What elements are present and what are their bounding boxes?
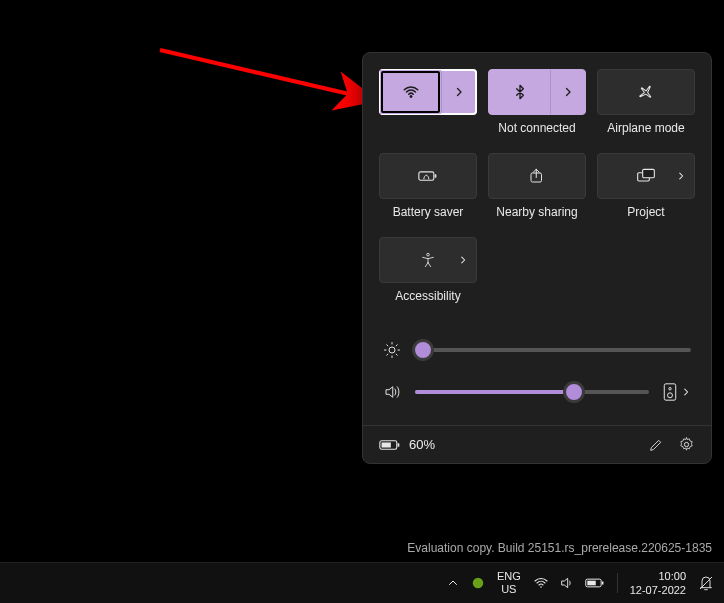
svg-rect-2 — [419, 172, 434, 180]
svg-point-8 — [389, 347, 395, 353]
bluetooth-icon — [512, 84, 528, 100]
svg-point-16 — [473, 578, 484, 589]
quick-settings-tiles: Not connected Airplane mode Battery save… — [363, 53, 711, 319]
svg-rect-14 — [398, 443, 400, 446]
battery-status[interactable]: 60% — [379, 437, 435, 452]
bluetooth-label: Not connected — [498, 121, 575, 137]
taskbar-clock[interactable]: 10:00 12-07-2022 — [630, 569, 686, 597]
audio-output-icon[interactable] — [663, 383, 677, 401]
nearby-sharing-label: Nearby sharing — [496, 205, 577, 221]
accessibility-icon — [420, 252, 436, 268]
evaluation-watermark: Evaluation copy. Build 25151.rs_prerelea… — [407, 541, 712, 555]
brightness-row — [383, 329, 691, 371]
svg-point-11 — [668, 393, 673, 398]
battery-saver-icon — [418, 169, 438, 183]
wifi-icon — [402, 83, 420, 101]
nearby-sharing-icon — [528, 167, 546, 185]
notification-center-icon[interactable] — [698, 575, 714, 591]
svg-rect-6 — [643, 169, 655, 177]
project-tile[interactable] — [597, 153, 695, 199]
nvidia-tray-icon[interactable] — [471, 576, 485, 590]
sliders-section — [363, 319, 711, 425]
volume-slider[interactable] — [415, 382, 649, 402]
svg-point-7 — [427, 253, 430, 256]
quick-settings-panel: Not connected Airplane mode Battery save… — [362, 52, 712, 464]
wifi-tile[interactable] — [379, 69, 477, 115]
tray-volume-icon — [559, 575, 575, 591]
tray-wifi-icon — [533, 575, 549, 591]
language-bottom: US — [497, 583, 521, 596]
airplane-mode-label: Airplane mode — [607, 121, 684, 137]
svg-rect-3 — [435, 174, 437, 177]
svg-point-15 — [684, 442, 688, 446]
settings-button[interactable] — [678, 436, 695, 453]
battery-percent-text: 60% — [409, 437, 435, 452]
taskbar-time: 10:00 — [630, 569, 686, 583]
battery-icon — [379, 438, 401, 452]
tray-battery-icon — [585, 577, 605, 589]
panel-footer: 60% — [363, 425, 711, 463]
svg-point-10 — [669, 388, 671, 390]
battery-saver-label: Battery saver — [393, 205, 464, 221]
bluetooth-expand-button[interactable] — [550, 70, 585, 114]
nearby-sharing-tile[interactable] — [488, 153, 586, 199]
edit-button[interactable] — [648, 437, 664, 453]
wifi-toggle[interactable] — [380, 70, 441, 114]
project-expand-chevron — [676, 171, 686, 181]
language-indicator[interactable]: ENG US — [497, 570, 521, 596]
wifi-expand-button[interactable] — [441, 70, 476, 114]
taskbar: ENG US 10:00 12-07-2022 — [0, 562, 724, 603]
bluetooth-tile[interactable] — [488, 69, 586, 115]
project-icon — [636, 168, 656, 184]
accessibility-label: Accessibility — [395, 289, 460, 305]
volume-row — [383, 371, 691, 413]
brightness-icon — [383, 341, 401, 359]
svg-rect-13 — [382, 442, 391, 447]
airplane-mode-tile[interactable] — [597, 69, 695, 115]
project-label: Project — [627, 205, 664, 221]
airplane-icon — [637, 83, 655, 101]
volume-icon — [383, 383, 401, 401]
svg-rect-20 — [602, 581, 604, 584]
language-top: ENG — [497, 570, 521, 583]
taskbar-divider — [617, 573, 618, 593]
taskbar-date: 12-07-2022 — [630, 583, 686, 597]
bluetooth-toggle[interactable] — [489, 70, 550, 114]
audio-output-expand-chevron[interactable] — [681, 387, 691, 397]
svg-point-1 — [409, 95, 411, 97]
tray-overflow-chevron[interactable] — [447, 577, 459, 589]
svg-rect-19 — [587, 581, 595, 586]
brightness-slider[interactable] — [415, 340, 691, 360]
svg-point-17 — [540, 586, 542, 588]
svg-line-0 — [160, 50, 375, 100]
accessibility-expand-chevron — [458, 255, 468, 265]
accessibility-tile[interactable] — [379, 237, 477, 283]
system-tray[interactable] — [533, 575, 605, 591]
battery-saver-tile[interactable] — [379, 153, 477, 199]
